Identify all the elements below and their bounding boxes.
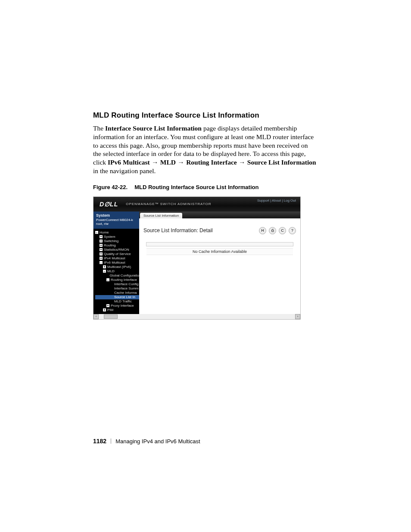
expand-icon[interactable]	[103, 265, 106, 268]
panel-title: Source List Information: Detail	[143, 227, 213, 233]
scroll-right-icon[interactable]: ›	[295, 314, 300, 319]
scroll-left-icon[interactable]: ‹	[93, 314, 99, 319]
tab-source-list-information[interactable]: Source List Information	[140, 213, 182, 218]
tree-item-label: System	[104, 235, 115, 239]
tree-item[interactable]: Interface Config	[95, 282, 139, 286]
nav-tree[interactable]: HomeSystemSwitchingRoutingStatistics/RMO…	[93, 229, 139, 312]
expand-icon[interactable]	[100, 248, 103, 251]
bold-term: Interface Source List Information	[105, 124, 202, 132]
text: in the navigation panel.	[93, 167, 156, 174]
nav-step: Source List Information	[247, 159, 316, 166]
sidebar-user: root, r/w	[96, 222, 137, 226]
no-data-message: No Cache Information Available	[146, 248, 293, 255]
tree-item-label: Home	[100, 230, 109, 234]
scroll-track[interactable]	[99, 314, 295, 319]
tree-item[interactable]: Global Configuratio	[95, 274, 139, 278]
expand-icon[interactable]	[106, 304, 109, 307]
tree-item-label: Proxy Interface	[111, 304, 134, 308]
page-number: 1182	[93, 438, 106, 445]
arrow-icon: →	[176, 159, 186, 166]
arrow-icon: →	[150, 159, 160, 166]
tree-item-label: Routing	[104, 243, 116, 247]
tree-item-label: MLD	[107, 269, 115, 273]
tree-item-label: MLD Traffic	[114, 299, 132, 303]
nav-step: Routing Interface	[186, 159, 237, 166]
header-links[interactable]: Support | About | Log Out	[257, 199, 296, 202]
sidebar-system-label: System	[96, 213, 137, 218]
horizontal-scrollbar[interactable]: ‹ ›	[93, 314, 300, 319]
tree-item[interactable]: IPv6 Multicast	[95, 261, 139, 265]
tree-item-label: Interface Summ	[114, 286, 138, 290]
tree-item[interactable]: Quality of Service	[95, 252, 139, 256]
dell-logo: D∅LL	[93, 201, 118, 208]
tree-item[interactable]: Switching	[95, 239, 139, 243]
tree-item-label: Cache Informa	[114, 291, 137, 295]
expand-icon[interactable]	[100, 240, 103, 243]
tree-item-label: Switching	[104, 239, 118, 243]
tree-item-label: Interface Config	[114, 282, 138, 286]
app-brand: OPENMANAGE™ SWITCH ADMINISTRATOR	[126, 202, 211, 206]
sidebar-header: System PowerConnect M8024-k root, r/w	[93, 212, 139, 229]
tree-item-label: Source List In	[114, 295, 135, 299]
collapse-icon[interactable]	[106, 278, 109, 281]
tree-item-label: Routing Interface	[111, 278, 137, 282]
tree-item[interactable]: Proxy Interface	[95, 304, 139, 308]
arrow-icon: →	[237, 159, 247, 166]
nav-step: IPv6 Multicast	[108, 159, 150, 166]
tree-item[interactable]: Cache Informa	[95, 291, 139, 295]
tree-item-label: IPv6 Multicast	[104, 261, 125, 264]
figure-caption: Figure 42-22.MLD Routing Interface Sourc…	[93, 184, 317, 190]
expand-icon[interactable]	[103, 308, 106, 311]
tree-item[interactable]: Routing Interface	[95, 278, 139, 282]
main-panel: Source List Information Source List Info…	[139, 212, 300, 314]
expand-icon[interactable]	[100, 252, 103, 255]
tree-item-label: Quality of Service	[104, 252, 131, 256]
collapse-icon[interactable]	[95, 231, 98, 234]
collapse-icon[interactable]	[103, 270, 106, 273]
text: The	[93, 124, 105, 132]
nav-step: MLD	[160, 159, 176, 166]
scroll-thumb[interactable]	[104, 314, 118, 319]
body-paragraph: The Interface Source List Information pa…	[93, 124, 317, 175]
tree-item-label: Statistics/RMON	[104, 248, 129, 252]
screenshot-figure: D∅LL OPENMANAGE™ SWITCH ADMINISTRATOR Su…	[93, 196, 301, 320]
page-footer: 1182 Managing IPv4 and IPv6 Multicast	[93, 438, 200, 445]
print-icon[interactable]: ⎙	[269, 227, 276, 234]
section-heading: MLD Routing Interface Source List Inform…	[93, 111, 317, 120]
tree-item[interactable]: Interface Summ	[95, 286, 139, 291]
tree-item-label: PIM	[107, 308, 113, 312]
tree-item-label: Multicast (IPv6)	[107, 265, 131, 269]
nav-sidebar: System PowerConnect M8024-k root, r/w Ho…	[93, 212, 139, 314]
tree-item[interactable]: MLD Traffic	[95, 299, 139, 304]
figure-number: Figure 42-22.	[93, 184, 128, 190]
tree-item-label: IPv4 Multicast	[104, 256, 125, 260]
tree-item[interactable]: Routing	[95, 243, 139, 248]
tree-item[interactable]: Statistics/RMON	[95, 248, 139, 252]
expand-icon[interactable]	[100, 257, 103, 260]
refresh-icon[interactable]: C	[279, 227, 286, 234]
tree-item[interactable]: Source List In	[95, 295, 139, 299]
figure-title: MLD Routing Interface Source List Inform…	[134, 184, 258, 190]
collapse-icon[interactable]	[100, 261, 103, 264]
tree-item[interactable]: Home	[95, 230, 139, 235]
sidebar-model: PowerConnect M8024-k	[96, 218, 137, 222]
tree-item[interactable]: PIM	[95, 308, 139, 312]
tree-item-label: Global Configuratio	[110, 274, 139, 277]
footer-divider	[111, 439, 111, 444]
expand-icon[interactable]	[100, 244, 103, 247]
chapter-title: Managing IPv4 and IPv6 Multicast	[115, 438, 200, 445]
app-header: D∅LL OPENMANAGE™ SWITCH ADMINISTRATOR Su…	[93, 197, 300, 212]
tree-item[interactable]: Multicast (IPv6)	[95, 265, 139, 269]
tab-bar: Source List Information	[139, 212, 300, 218]
save-icon[interactable]: H	[259, 227, 266, 234]
expand-icon[interactable]	[100, 235, 103, 238]
tree-item[interactable]: System	[95, 235, 139, 239]
tree-item[interactable]: IPv4 Multicast	[95, 256, 139, 261]
result-header-bar	[146, 242, 293, 246]
tree-item[interactable]: MLD	[95, 269, 139, 274]
help-icon[interactable]: ?	[289, 227, 296, 234]
